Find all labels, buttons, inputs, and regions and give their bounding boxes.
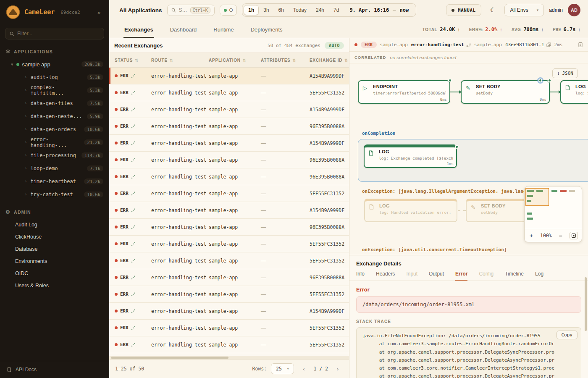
diagram-node-completion-log[interactable]: LOG log: Exchange completed [${exchan 1m… bbox=[364, 144, 457, 168]
sidebar-route-item[interactable]: › data-gen-orders 10.6k bbox=[0, 123, 109, 136]
fit-view-icon[interactable] bbox=[570, 232, 578, 239]
nav-tab[interactable]: Exchanges bbox=[123, 26, 154, 38]
auto-refresh-badge[interactable]: AUTO bbox=[325, 42, 344, 49]
time-range-button[interactable]: 3h bbox=[259, 5, 273, 15]
zoom-out-button[interactable]: − bbox=[558, 233, 564, 239]
avatar[interactable]: AD bbox=[568, 4, 580, 16]
table-row[interactable]: ERR error-handling-test sample-app — 5EF… bbox=[109, 320, 349, 336]
sidebar-filter[interactable] bbox=[5, 28, 104, 39]
detail-tab[interactable]: Error bbox=[455, 271, 467, 281]
sidebar-route-item[interactable]: › audit-log 5.3k bbox=[0, 71, 109, 84]
trace-icon bbox=[131, 208, 135, 213]
rows-per-page-select[interactable]: 25 ▾ bbox=[271, 363, 294, 374]
sidebar-route-item[interactable]: › timer-heartbeat 21.2k bbox=[0, 175, 109, 188]
route-diagram-canvas[interactable]: ↓ JSON ▷ ENDPOINT timer:errorTest?period… bbox=[349, 63, 588, 255]
copy-icon[interactable] bbox=[546, 42, 551, 47]
column-header[interactable]: ATTRIBUTES ⇅ bbox=[261, 58, 310, 63]
sidebar-route-item[interactable]: › try-catch-test 10.6k bbox=[0, 188, 109, 201]
vertical-scrollbar-thumb[interactable] bbox=[585, 277, 587, 331]
sidebar-item-api-docs[interactable]: API Docs bbox=[0, 361, 109, 378]
column-label: ROUTE bbox=[151, 58, 168, 63]
table-row[interactable]: ERR error-handling-test sample-app — A15… bbox=[109, 68, 349, 84]
sidebar-admin-item[interactable]: OIDC bbox=[0, 267, 109, 279]
table-row[interactable]: ERR error-handling-test sample-app — 96E… bbox=[109, 118, 349, 135]
sidebar-admin-item[interactable]: Database bbox=[0, 243, 109, 255]
sidebar-route-item[interactable]: › data-gen-files 7.5k bbox=[0, 97, 109, 110]
table-row[interactable]: ERR error-handling-test sample-app — 5EF… bbox=[109, 84, 349, 101]
diagram-node-set-body[interactable]: ✎ SET BODY setBody 0ms bbox=[461, 80, 550, 104]
trace-icon bbox=[131, 192, 135, 196]
global-search-input[interactable]: S… Ctrl+K bbox=[167, 5, 215, 16]
manual-refresh-button[interactable]: MANUAL bbox=[446, 4, 481, 16]
column-header[interactable]: EXCHANGE ID ⇅ bbox=[310, 58, 349, 63]
table-row[interactable]: ERR error-handling-test sample-app — 96E… bbox=[109, 152, 349, 168]
time-range-button[interactable]: 6h bbox=[274, 5, 289, 15]
sidebar-route-item[interactable]: › error-handling-... 21.2k bbox=[0, 136, 109, 149]
diagram-node-exception-log[interactable]: LOG log: Handled validation error: ${exc… bbox=[364, 199, 457, 222]
diagram-node-log[interactable]: LOG log: Sta bbox=[560, 80, 588, 104]
horizontal-scrollbar[interactable] bbox=[109, 356, 349, 359]
sort-icon: ⇅ bbox=[293, 58, 297, 63]
detail-tab[interactable]: Log bbox=[535, 271, 543, 281]
exchange-id-cell: 5EF55FC31352 bbox=[310, 90, 349, 96]
time-range-button[interactable]: Today bbox=[289, 5, 311, 15]
minimap-viewport[interactable] bbox=[525, 188, 549, 206]
detail-tab[interactable]: Info bbox=[356, 271, 365, 281]
table-row[interactable]: ERR error-handling-test sample-app — 96E… bbox=[109, 168, 349, 185]
time-range-button[interactable]: 7d bbox=[329, 5, 344, 15]
table-row[interactable]: ERR error-handling-test sample-app — A15… bbox=[109, 101, 349, 118]
next-page-button[interactable]: › bbox=[332, 363, 343, 374]
sidebar-route-item[interactable]: › complex-fulfillm... 5.3k bbox=[0, 84, 109, 97]
diagram-node-exception-set-body[interactable]: ✎ SET BODY setBody bbox=[466, 199, 530, 222]
column-header[interactable]: ROUTE ⇅ bbox=[151, 58, 209, 63]
table-row[interactable]: ERR error-handling-test sample-app — A15… bbox=[109, 202, 349, 219]
table-row[interactable]: ERR error-handling-test sample-app — 5EF… bbox=[109, 185, 349, 202]
column-header[interactable]: STATUS ⇅ bbox=[115, 58, 151, 63]
table-row[interactable]: ERR error-handling-test sample-app — A15… bbox=[109, 135, 349, 152]
table-row[interactable]: ERR error-handling-test sample-app — 5EF… bbox=[109, 336, 349, 353]
sidebar-admin-item[interactable]: ClickHouse bbox=[0, 231, 109, 243]
sidebar-admin-item[interactable]: Environments bbox=[0, 255, 109, 267]
prev-page-button[interactable]: ‹ bbox=[298, 363, 309, 374]
nav-tab[interactable]: Deployments bbox=[250, 26, 284, 38]
sidebar-route-item[interactable]: › file-processing 114.7k bbox=[0, 149, 109, 162]
copy-button[interactable]: Copy bbox=[556, 331, 578, 339]
table-row[interactable]: ERR error-handling-test sample-app — 5EF… bbox=[109, 286, 349, 303]
detail-tab[interactable]: Timeline bbox=[505, 271, 524, 281]
detail-exchange-id: 43ee9811b801-1 bbox=[505, 42, 551, 47]
date-range-display[interactable]: 9. Apr. 16:16 – now bbox=[344, 7, 415, 13]
detail-tab[interactable]: Config bbox=[479, 271, 494, 281]
download-json-button[interactable]: ↓ JSON bbox=[552, 68, 578, 78]
sidebar-route-item[interactable]: › loop-demo 7.1k bbox=[0, 162, 109, 175]
environment-select[interactable]: All Envs ▾ bbox=[504, 4, 544, 16]
nav-tab[interactable]: Dashboard bbox=[169, 26, 198, 38]
sidebar-filter-input[interactable] bbox=[17, 31, 100, 37]
detail-route-name[interactable]: error-handling-test bbox=[411, 42, 471, 47]
zoom-in-button[interactable]: + bbox=[528, 233, 534, 239]
sidebar-admin-item[interactable]: Users & Roles bbox=[0, 279, 109, 291]
detail-tab[interactable]: Input bbox=[406, 271, 417, 281]
sidebar-collapse-icon[interactable]: « bbox=[95, 8, 103, 17]
scrollbar-thumb[interactable] bbox=[111, 357, 228, 359]
exchange-details-title: Exchange Details bbox=[349, 255, 588, 271]
column-header[interactable]: APPLICATION ⇅ bbox=[209, 58, 261, 63]
table-row[interactable]: ERR error-handling-test sample-app — 96E… bbox=[109, 219, 349, 236]
sidebar-admin-item[interactable]: Audit Log bbox=[0, 218, 109, 231]
table-row[interactable]: ERR error-handling-test sample-app — A15… bbox=[109, 303, 349, 320]
sidebar-item-sample-app[interactable]: ▾ sample app 209.3k bbox=[0, 58, 109, 71]
table-row[interactable]: ERR error-handling-test sample-app — 5EF… bbox=[109, 252, 349, 269]
detail-tab[interactable]: Output bbox=[429, 271, 444, 281]
table-row[interactable]: ERR error-handling-test sample-app — 5EF… bbox=[109, 236, 349, 252]
dark-mode-toggle[interactable]: ☾ bbox=[486, 4, 499, 16]
nav-tab[interactable]: Runtime bbox=[213, 26, 234, 38]
detail-tab[interactable]: Headers bbox=[376, 271, 395, 281]
time-range-button[interactable]: 1h bbox=[244, 5, 259, 15]
diagram-node-endpoint[interactable]: ▷ ENDPOINT timer:errorTest?period=5000&d… bbox=[358, 80, 450, 104]
live-toggle[interactable]: O bbox=[220, 5, 237, 16]
sidebar-route-item[interactable]: › data-gen-neste... 5.9k bbox=[0, 110, 109, 123]
table-row[interactable]: ERR error-handling-test sample-app — 96E… bbox=[109, 269, 349, 286]
minimap-canvas[interactable] bbox=[525, 186, 582, 229]
document-copy-icon[interactable] bbox=[578, 42, 583, 47]
time-range-button[interactable]: 24h bbox=[311, 5, 329, 15]
route-name-label: file-processing bbox=[31, 152, 76, 158]
